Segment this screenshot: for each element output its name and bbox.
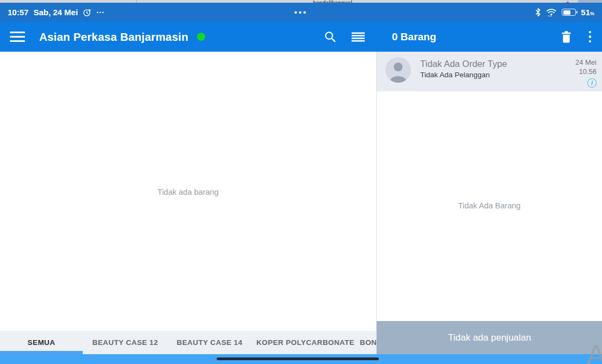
home-indicator[interactable] (217, 357, 379, 360)
app-screen: kendalikannya! + 10:57 Sab, 24 Mei ··· •… (0, 0, 602, 364)
order-date: 24 Mei (575, 58, 597, 67)
avatar (385, 57, 411, 85)
watermark-letter: A (586, 340, 602, 364)
remnant-plus: + (566, 0, 569, 3)
menu-icon[interactable] (10, 32, 25, 42)
info-icon[interactable]: i (587, 78, 597, 88)
order-time: 10.56 (575, 67, 597, 77)
remnant-text: kendalikannya! (313, 0, 352, 3)
order-header-item[interactable]: Tidak Ada Order Type Tidak Ada Pelanggan… (377, 52, 602, 91)
order-type-label: Tidak Ada Order Type (420, 59, 575, 69)
background-window-strip: kendalikannya! + (0, 0, 602, 3)
battery-icon (562, 9, 576, 16)
remnant-divider (136, 0, 137, 3)
order-pane: Tidak Ada Order Type Tidak Ada Pelanggan… (376, 52, 602, 364)
trash-icon[interactable] (561, 30, 572, 44)
items-pane: Tidak ada barang SEMUA BEAUTY CASE 12 BE… (0, 52, 376, 364)
online-status-dot (197, 33, 205, 41)
order-customer-label: Tidak Ada Pelanggan (420, 71, 575, 79)
app-bar-left: Asian Perkasa Banjarmasin (0, 22, 376, 52)
page-title: Asian Perkasa Banjarmasin (39, 30, 188, 44)
status-bar: 10:57 Sab, 24 Mei ··· ••• (0, 3, 602, 22)
list-view-icon[interactable] (351, 31, 365, 43)
cart-count-title: 0 Barang (392, 31, 436, 43)
overflow-menu-icon[interactable] (587, 30, 594, 44)
tab-koper-polycarbonate[interactable]: KOPER POLYCARBONATE (251, 331, 359, 354)
items-empty-text: Tidak ada barang (0, 188, 376, 196)
search-icon[interactable] (324, 30, 336, 43)
tab-beauty-case-12[interactable]: BEAUTY CASE 12 (83, 331, 168, 354)
gesture-nav-bar (0, 354, 602, 364)
order-texts: Tidak Ada Order Type Tidak Ada Pelanggan (420, 57, 575, 79)
remnant-right-block (578, 0, 602, 3)
status-center-dots: ••• (0, 8, 602, 17)
order-meta: 24 Mei 10.56 i (575, 57, 597, 88)
tab-bon[interactable]: BON (359, 331, 376, 354)
app-bar: Asian Perkasa Banjarmasin (0, 22, 602, 52)
order-empty-text: Tidak Ada Barang (377, 201, 602, 210)
app-bar-right: 0 Barang (376, 22, 602, 52)
tab-beauty-case-14[interactable]: BEAUTY CASE 14 (168, 331, 251, 354)
no-sales-button[interactable]: Tidak ada penjualan (377, 321, 602, 354)
